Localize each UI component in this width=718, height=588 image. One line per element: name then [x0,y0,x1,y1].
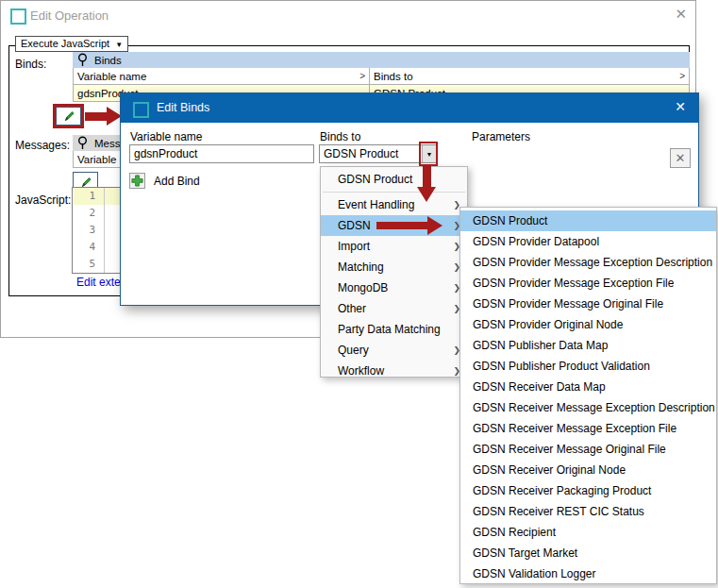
screenshot-stage: Edit Operation ✕ Execute JavaScript▼ Bin… [0,0,718,588]
line-number: 1 [73,188,104,205]
submenu-item[interactable]: GDSN Validation Logger [460,563,716,584]
submenu-item-label: GDSN Target Market [473,546,577,560]
submenu-item[interactable]: GDSN Recipient [460,522,716,543]
submenu-item[interactable]: GDSN Receiver Data Map [460,377,716,397]
line-number: 2 [73,205,104,222]
binds-table-band[interactable]: Binds [73,52,690,68]
submenu-item-label: GDSN Receiver Message Exception File [473,422,676,435]
gdsn-submenu: GDSN Product GDSN Provider Datapool GDSN… [459,207,717,584]
menu-item-workflow[interactable]: Workflow❯ [321,361,467,381]
binds-col-variable-name[interactable]: Variable name > [73,68,370,85]
menu-item-party-data-matching[interactable]: Party Data Matching [321,319,467,340]
pin-icon [76,136,89,150]
binds-band-label: Binds [94,55,122,66]
submenu-item-label: GDSN Receiver Original Node [473,463,626,477]
menu-item-label: Event Handling [338,198,414,211]
add-bind-button[interactable]: Add Bind [129,173,200,189]
filter-arrow-icon[interactable]: > [679,71,685,81]
filter-arrow-icon[interactable]: > [359,71,365,81]
submenu-item[interactable]: GDSN Provider Original Node [460,314,716,335]
submenu-item-label: GDSN Recipient [473,526,556,539]
app-icon [10,8,26,25]
annotation-box-edit-icon [53,104,84,128]
menu-item-matching[interactable]: Matching❯ [321,257,467,277]
submenu-item[interactable]: GDSN Receiver Packaging Product [460,480,716,501]
binds-header-row: Variable name > Binds to > [73,68,690,85]
messages-label: Messages: [15,139,70,152]
operation-type-dropdown[interactable]: Execute JavaScript▼ [15,36,128,52]
edit-external-link[interactable]: Edit exter [76,276,125,289]
chevron-down-icon: ▼ [115,41,123,49]
submenu-item[interactable]: GDSN Receiver Message Exception Descript… [460,397,716,418]
submenu-item-label: GDSN Receiver REST CIC Status [473,505,644,518]
submenu-item[interactable]: GDSN Publisher Data Map [460,335,716,356]
submenu-item[interactable]: GDSN Provider Message Exception Descript… [460,252,716,273]
submenu-item[interactable]: GDSN Receiver Original Node [460,460,716,480]
menu-item-label: Workflow [338,364,384,378]
submenu-item[interactable]: GDSN Target Market [460,543,716,563]
menu-item-event-handling[interactable]: Event Handling❯ [321,194,467,215]
menu-item-import[interactable]: Import❯ [321,236,467,257]
dialog-titlebar: Edit Binds ✕ [121,93,698,123]
add-bind-label: Add Bind [154,175,200,188]
edit-pencil-icon [61,109,75,124]
submenu-item[interactable]: GDSN Publisher Product Validation [460,356,716,377]
submenu-item-label: GDSN Receiver Message Exception Descript… [473,401,715,414]
submenu-item-label: GDSN Receiver Data Map [473,380,606,394]
submenu-item-label: GDSN Receiver Message Original File [473,443,666,456]
submenu-item-label: GDSN Provider Message Exception File [473,277,674,290]
submenu-item-label: GDSN Product [473,214,547,227]
menu-item-label: Party Data Matching [338,323,441,336]
app-icon [133,102,149,118]
binds-to-value: GDSN Product [320,147,422,160]
dialog-title: Edit Binds [157,101,209,114]
javascript-label: JavaScript: [15,193,71,207]
variable-name-label: Variable name [130,130,203,143]
submenu-item-label: GDSN Provider Original Node [473,318,623,331]
menu-item-label: Import [338,240,370,253]
menu-separator [323,192,465,193]
submenu-item-label: GDSN Provider Message Exception Descript… [473,256,712,269]
annotation-arrow-right-edit [85,107,121,126]
submenu-item-label: GDSN Validation Logger [473,567,596,580]
col-header-text: Variable name [77,71,146,82]
submenu-item-label: GDSN Publisher Data Map [473,339,608,352]
menu-item-label: Matching [338,260,384,274]
menu-item-gdsn-product[interactable]: GDSN Product [321,169,467,190]
annotation-arrow-right-gdsn [376,215,443,236]
pin-icon [76,53,89,67]
plus-icon [129,173,145,189]
menu-item-label: MongoDB [338,281,388,294]
submenu-item[interactable]: GDSN Receiver Message Original File [460,439,716,460]
menu-item-label: GDSN Product [338,173,412,186]
submenu-item[interactable]: GDSN Provider Message Original File [460,294,716,314]
menu-item-label: GDSN [338,219,371,232]
submenu-item[interactable]: GDSN Receiver Message Exception File [460,418,716,439]
close-icon[interactable]: ✕ [675,99,686,114]
binds-col-binds-to[interactable]: Binds to > [370,68,690,85]
submenu-item[interactable]: GDSN Provider Datapool [460,231,716,252]
binds-label: Binds: [15,58,46,71]
binds-to-menu: GDSN Product Event Handling❯ GDSN❯ Impor… [320,166,468,378]
window-title: Edit Operation [30,8,109,23]
close-icon[interactable]: ✕ [675,6,687,23]
edit-binds-button[interactable] [56,107,81,126]
submenu-item[interactable]: GDSN Product [460,210,716,231]
operation-type-label: Execute JavaScript [21,38,109,49]
menu-item-mongodb[interactable]: MongoDB❯ [321,277,467,298]
binds-to-label: Binds to [320,130,360,143]
submenu-item-label: GDSN Provider Datapool [473,235,599,248]
annotation-arrow-down-combo [417,166,437,202]
submenu-item[interactable]: GDSN Receiver REST CIC Status [460,501,716,522]
menu-item-other[interactable]: Other❯ [321,298,467,319]
line-number: 4 [73,239,104,256]
parameters-label: Parameters [472,130,530,143]
variable-name-input[interactable] [129,144,314,163]
menu-item-query[interactable]: Query❯ [321,340,467,361]
submenu-item-label: GDSN Provider Message Original File [473,297,663,311]
menu-item-label: Query [338,344,369,357]
line-number: 5 [73,256,104,273]
annotation-box-combo-dropdown [419,142,438,166]
submenu-item[interactable]: GDSN Provider Message Exception File [460,273,716,294]
delete-parameter-button[interactable]: ✕ [670,148,691,168]
